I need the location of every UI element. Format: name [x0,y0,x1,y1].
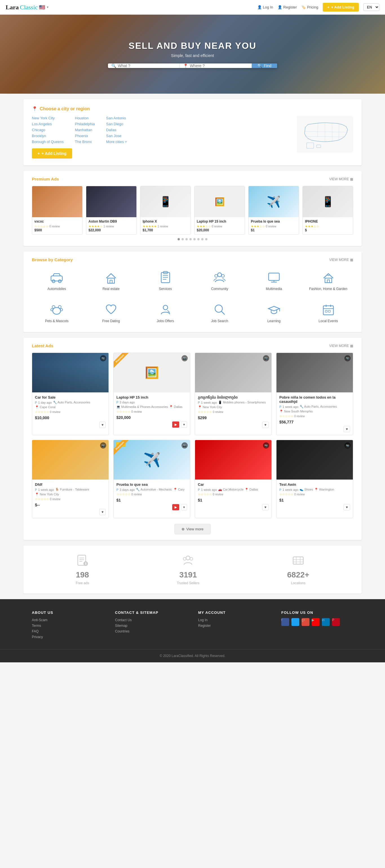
city-link[interactable]: Brooklyn [32,134,64,138]
wishlist-button[interactable]: ♥ [262,504,269,510]
category-automobiles[interactable]: Automobiles [32,267,82,294]
footer-login-link[interactable]: Log In [198,618,270,622]
category-real-estate[interactable]: Real estate [86,267,136,294]
city-link[interactable]: Chicago [32,128,64,132]
carousel-dot[interactable] [178,238,180,240]
job-search-icon [212,302,227,317]
view-more-button[interactable]: ⊕ View more [174,524,211,534]
city-link[interactable]: The Bronx [75,140,95,144]
footer-countries-link[interactable]: Countries [115,629,187,633]
city-link[interactable]: Phoenix [75,134,95,138]
carousel-dot[interactable] [189,238,191,240]
login-link[interactable]: 👤 Log In [257,5,273,9]
category-fashion[interactable]: Fashion, Home & Garden [303,267,353,294]
latest-ad-actions: ♥ [35,509,106,515]
google-plus-link[interactable]: g+ [302,618,310,626]
latest-ad-title: Laptop HP 15 inch [116,395,187,399]
carousel-dot[interactable] [194,238,196,240]
premium-ads-view-more[interactable]: VIEW MORE ▦ [329,177,353,181]
city-link[interactable]: Dallas [106,128,127,132]
latest-ads-view-more[interactable]: VIEW MORE ▦ [329,344,353,348]
svg-point-28 [52,306,55,308]
wishlist-button[interactable]: ♥ [262,422,269,428]
categories-view-more[interactable]: VIEW MORE ▦ [329,258,353,262]
wishlist-button[interactable]: ♥ [344,504,350,510]
wishlist-button[interactable]: ♥ [99,422,106,428]
flag-dropdown-icon[interactable]: ▼ [46,6,49,9]
footer-contact-us-link[interactable]: Contact Us [115,618,187,622]
latest-ad-stars: ☆☆☆☆☆ 0 review [279,493,350,496]
city-link[interactable]: Manhattan [75,128,95,132]
category-label: Multimedia [266,287,282,291]
category-label: Learning [268,319,281,323]
footer-register-link[interactable]: Register [198,624,270,628]
youtube-button[interactable]: ▶ [172,422,179,428]
wishlist-button[interactable]: ▾ [181,504,187,510]
language-selector[interactable]: EN [363,3,379,11]
svg-line-35 [221,311,224,314]
more-cities-link[interactable]: More cities + [106,140,127,144]
carousel-dot[interactable] [205,238,207,240]
wishlist-button[interactable]: ▾ [181,422,187,428]
svg-text:$: $ [85,562,87,565]
logo-lara: Lara [6,4,19,11]
register-link[interactable]: 👤 Register [278,5,297,9]
pinterest-link[interactable]: P [332,618,340,626]
search-where-input[interactable] [190,63,248,68]
categories-grid: Automobiles Real estate [32,267,353,327]
latest-ad-card: 📷 Car for Sale P 1 day ago 🔧 Auto Parts,… [32,352,109,435]
real-estate-icon [104,270,118,285]
carousel-dot[interactable] [197,238,200,240]
wishlist-button[interactable]: ♥ [99,509,106,515]
footer-privacy-link[interactable]: Privacy [32,635,104,639]
city-link[interactable]: San Antonio [106,116,127,120]
footer-anti-scam-link[interactable]: Anti-Scam [32,618,104,622]
twitter-link[interactable]: t [291,618,299,626]
linkedin-link[interactable]: in [322,618,330,626]
category-local-events[interactable]: Local Events [303,299,353,327]
carousel-dot[interactable] [201,238,204,240]
category-free-dating[interactable]: Free Dating [86,299,136,327]
free-dating-icon [104,302,118,317]
category-multimedia[interactable]: Multimedia [249,267,299,294]
stat-locations-number: 6822+ [287,570,310,580]
city-link[interactable]: Borough of Queens [32,140,64,144]
fashion-icon [321,270,336,285]
city-link[interactable]: Houston [75,116,95,120]
city-link[interactable]: Los Angeles [32,122,64,126]
category-jobs-offers[interactable]: Jobs Offers [140,299,190,327]
youtube-link[interactable]: ▶ [312,618,320,626]
carousel-dot[interactable] [181,238,184,240]
footer-contact-title: CONTACT & SITEMAP [115,611,187,615]
city-col-2: Houston Philadelphia Manhattan Phoenix T… [75,116,95,144]
latest-ad-body: Test Awin P 1 week ago 👟 Shoes 📍 Warring… [277,479,353,513]
carousel-dot[interactable] [185,238,188,240]
add-listing-city-button[interactable]: + + Add Listing [32,148,72,158]
pricing-link[interactable]: 🏷️ Pricing [301,5,318,9]
category-job-search[interactable]: Job Search [195,299,245,327]
city-link[interactable]: New York City [32,116,64,120]
category-services[interactable]: Services [140,267,190,294]
grid-icon: ▦ [350,258,353,262]
search-what-input[interactable] [118,63,176,68]
search-find-button[interactable]: 🔍 Find [252,63,277,68]
facebook-link[interactable]: f [281,618,289,626]
footer-terms-link[interactable]: Terms [32,624,104,628]
city-link[interactable]: Philadelphia [75,122,95,126]
footer-sitemap-link[interactable]: Sitemap [115,624,187,628]
latest-ad-card: 📷 Pobre niña le comen todos en la casaud… [276,352,353,435]
wishlist-button[interactable]: ♥ [344,426,350,432]
category-community[interactable]: Community [195,267,245,294]
category-learning[interactable]: Learning [249,299,299,327]
footer-faq-link[interactable]: FAQ [32,629,104,633]
latest-ad-meta: P 3 days ago 💻 Multimedia & Phones Acces… [116,401,187,409]
latest-ad-stars: ☆☆☆☆☆ 0 review [35,497,106,501]
latest-ad-price: $1 [279,498,350,502]
ad-stars-2: ★★★★☆ 1 review [89,224,134,228]
category-pets[interactable]: Pets & Mascots [32,299,82,327]
city-link[interactable]: San Jose [106,134,127,138]
city-link[interactable]: San Diego [106,122,127,126]
youtube-button[interactable]: ▶ [172,504,179,510]
city-section-title: 📍 Choose a city or region [32,106,353,112]
add-listing-header-button[interactable]: + + Add Listing [323,3,359,11]
